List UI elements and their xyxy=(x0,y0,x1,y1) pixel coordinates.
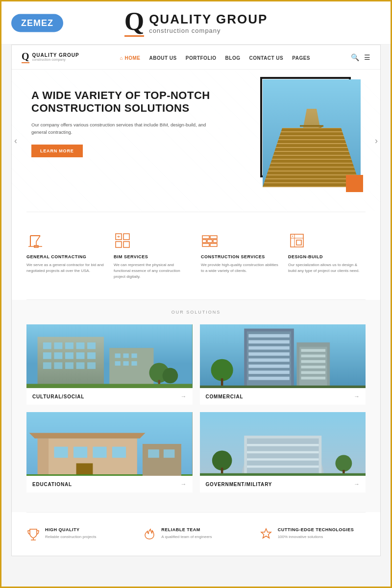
solution-info-educational: EDUCATIONAL → xyxy=(26,476,193,492)
svg-rect-68 xyxy=(248,359,289,362)
grid-icon xyxy=(114,232,131,249)
solution-info-cultural: CULTURAL/SOCIAL → xyxy=(26,388,193,405)
feature-title-tech: CUTTING-EDGE TECHNOLOGIES xyxy=(278,527,354,532)
feature-title-team: RELIABLE TEAM xyxy=(161,527,212,532)
bricks-icon xyxy=(201,232,219,249)
solution-card-cultural[interactable]: CULTURAL/SOCIAL → xyxy=(26,324,193,405)
svg-rect-90 xyxy=(112,447,126,458)
carousel-next-button[interactable]: › xyxy=(375,136,378,146)
inner-logo-title: QUALITY GROUP xyxy=(32,52,79,58)
service-title-general: GENERAL CONTRACTING xyxy=(26,254,104,259)
service-desc-bim: We can represent the physical and functi… xyxy=(114,262,191,280)
top-logo-subtitle: construction company xyxy=(149,27,268,34)
inner-nav: Q QUALITY GROUP construction company ⌂ H… xyxy=(12,45,380,70)
nav-link-contact[interactable]: CONTACT US xyxy=(249,55,283,61)
solution-arrow-government[interactable]: → xyxy=(354,481,360,488)
svg-rect-17 xyxy=(116,242,122,247)
svg-rect-88 xyxy=(74,447,87,458)
top-logo-text: QUALITY GROUP construction company xyxy=(149,12,268,34)
svg-rect-108 xyxy=(200,473,366,476)
svg-rect-0 xyxy=(263,79,361,187)
svg-rect-53 xyxy=(131,353,137,358)
search-icon[interactable]: 🔍 xyxy=(351,53,359,61)
svg-rect-103 xyxy=(246,466,318,468)
svg-rect-26 xyxy=(202,244,209,246)
nav-item-blog[interactable]: BLOG xyxy=(225,53,241,62)
solutions-label: OUR SOLUTIONS xyxy=(26,310,366,315)
learn-more-button[interactable]: LEARN MORE xyxy=(31,145,83,157)
svg-point-106 xyxy=(335,455,352,472)
svg-rect-79 xyxy=(301,377,325,380)
svg-rect-37 xyxy=(65,343,74,349)
blueprint-icon xyxy=(288,232,306,249)
services-grid: GENERAL CONTRACTING We serve as a genera… xyxy=(26,232,366,280)
hero-description: Our company offers various construction … xyxy=(31,121,218,136)
nav-item-portfolio[interactable]: PORTFOLIO xyxy=(186,53,217,62)
svg-point-104 xyxy=(212,451,232,471)
svg-line-6 xyxy=(294,153,327,168)
svg-rect-71 xyxy=(248,377,289,380)
service-item-construction: CONSTRUCTION SERVICES We provide high-qu… xyxy=(201,232,278,280)
solution-image-cultural xyxy=(26,324,193,388)
main-wrapper: Q QUALITY GROUP construction company ⌂ H… xyxy=(11,45,381,556)
nav-link-pages[interactable]: PAGES xyxy=(292,55,310,61)
nav-link-blog[interactable]: BLOG xyxy=(225,55,241,61)
svg-rect-64 xyxy=(248,334,289,338)
solution-arrow-educational[interactable]: → xyxy=(181,481,187,488)
nav-link-portfolio[interactable]: PORTFOLIO xyxy=(186,55,217,61)
svg-rect-43 xyxy=(76,352,85,359)
carousel-prev-button[interactable]: ‹ xyxy=(14,136,17,146)
svg-rect-67 xyxy=(248,352,289,356)
svg-rect-27 xyxy=(210,244,217,246)
svg-rect-101 xyxy=(246,451,318,454)
nav-item-pages[interactable]: PAGES xyxy=(292,53,310,62)
svg-rect-38 xyxy=(76,343,85,349)
nav-link-about[interactable]: ABOUT US xyxy=(149,55,176,61)
solution-card-commercial[interactable]: COMMERCIAL → xyxy=(200,324,366,405)
svg-rect-52 xyxy=(123,353,128,358)
service-item-design-build: DESIGN-BUILD Our specialization allows u… xyxy=(288,232,366,280)
svg-rect-35 xyxy=(43,343,51,349)
svg-rect-70 xyxy=(248,370,289,374)
hero-image-accent xyxy=(346,175,363,192)
inner-logo-q: Q xyxy=(22,51,29,63)
hero-section: ‹ A WIDE VARIETY OF TOP-NOTCH CONSTRUCTI… xyxy=(12,70,380,212)
svg-rect-56 xyxy=(131,361,137,366)
service-desc-construction: We provide high-quality construction abi… xyxy=(201,262,278,274)
svg-rect-60 xyxy=(26,384,193,388)
nav-item-about[interactable]: ABOUT US xyxy=(149,53,176,62)
fire-icon xyxy=(143,527,156,541)
inner-logo[interactable]: Q QUALITY GROUP construction company xyxy=(22,51,79,63)
solutions-section: OUR SOLUTIONS xyxy=(12,300,380,512)
solution-image-commercial xyxy=(200,324,366,388)
hero-image-inner xyxy=(263,79,361,187)
solution-arrow-commercial[interactable]: → xyxy=(354,393,360,400)
solution-card-educational[interactable]: EDUCATIONAL → xyxy=(26,412,193,492)
svg-rect-76 xyxy=(301,360,325,363)
svg-rect-16 xyxy=(123,234,129,240)
svg-rect-18 xyxy=(123,242,129,247)
solution-card-government[interactable]: GOVERNMENT/MILITARY → xyxy=(200,412,366,492)
svg-rect-40 xyxy=(43,352,51,359)
svg-marker-86 xyxy=(29,433,146,438)
menu-icon[interactable]: ☰ xyxy=(364,53,370,61)
svg-rect-102 xyxy=(246,458,318,461)
solution-arrow-cultural[interactable]: → xyxy=(181,393,187,400)
svg-rect-66 xyxy=(248,346,289,350)
svg-rect-95 xyxy=(164,449,175,458)
service-desc-general: We serve as a general contractor for bid… xyxy=(26,262,104,274)
svg-rect-54 xyxy=(115,361,121,366)
nav-item-contact[interactable]: CONTACT US xyxy=(249,53,283,62)
service-item-bim: BIM SERVICES We can represent the physic… xyxy=(114,232,191,280)
svg-rect-48 xyxy=(76,362,85,369)
svg-rect-45 xyxy=(43,362,51,369)
nav-item-home[interactable]: ⌂ HOME xyxy=(120,53,141,62)
feature-desc-team: A qualified team of engineers xyxy=(161,534,212,539)
nav-link-home[interactable]: ⌂ HOME xyxy=(120,55,141,61)
svg-rect-78 xyxy=(301,371,325,374)
trophy-icon xyxy=(26,527,40,541)
svg-rect-39 xyxy=(87,343,96,349)
svg-rect-89 xyxy=(93,447,106,458)
feature-text-tech: CUTTING-EDGE TECHNOLOGIES 100% innovativ… xyxy=(278,527,354,539)
svg-rect-87 xyxy=(54,447,68,458)
